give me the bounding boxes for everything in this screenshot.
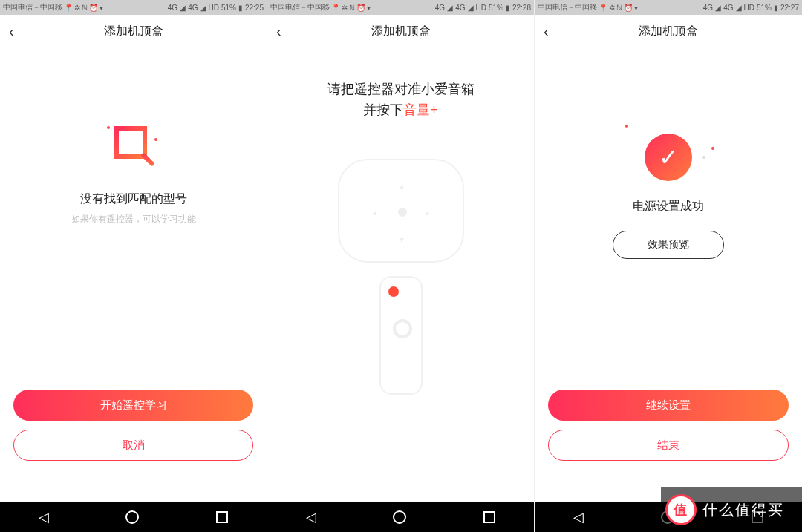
- signal-icon-2: ◢: [736, 4, 742, 12]
- clock-label: 22:27: [780, 4, 799, 12]
- signal-4g-label-2: 4G: [723, 4, 733, 12]
- location-icon: 📍: [599, 4, 607, 12]
- nav-home-button[interactable]: [125, 510, 139, 524]
- battery-icon: ▮: [774, 4, 778, 12]
- start-learning-button[interactable]: 开始遥控学习: [13, 390, 253, 421]
- page-title: 添加机顶盒: [104, 24, 163, 39]
- cancel-button[interactable]: 取消: [13, 430, 253, 461]
- signal-4g-label: 4G: [168, 4, 177, 12]
- signal-4g-label: 4G: [703, 4, 713, 12]
- nfc-icon: ℕ: [82, 4, 88, 12]
- phone-screen-1: 中国电信－中国移 📍 ✲ ℕ ⏰ ▾ 4G ◢ 4G ◢ HD 51% ▮ 22…: [0, 0, 267, 532]
- signal-4g-label: 4G: [435, 4, 445, 12]
- title-bar: ‹ 添加机顶盒: [0, 15, 267, 47]
- watermark-text: 什么值得买: [702, 500, 784, 520]
- bluetooth-icon: ✲: [609, 4, 615, 12]
- signal-icon: ◢: [447, 4, 453, 12]
- no-match-subtitle: 如果你有遥控器，可以学习功能: [71, 213, 196, 226]
- instruction-accent: 音量+: [403, 102, 438, 117]
- back-button[interactable]: ‹: [276, 23, 281, 40]
- watermark: 值 什么值得买: [661, 487, 802, 532]
- clock-label: 22:25: [245, 4, 264, 12]
- preview-button[interactable]: 效果预览: [613, 231, 724, 259]
- nav-recent-button[interactable]: [483, 511, 495, 523]
- hd-label: HD: [476, 4, 486, 12]
- battery-pct: 51%: [489, 4, 503, 12]
- signal-4g-label-2: 4G: [188, 4, 198, 12]
- nav-back-button[interactable]: ◁: [306, 509, 316, 525]
- clock-label: 22:28: [512, 4, 531, 12]
- success-check-icon: ✓: [645, 134, 692, 181]
- content-area: ✓ 电源设置成功 效果预览 继续设置 结束: [535, 47, 802, 502]
- location-icon: 📍: [331, 4, 340, 12]
- page-title: 添加机顶盒: [371, 24, 431, 39]
- alarm-icon: ⏰: [356, 4, 365, 12]
- title-bar: ‹ 添加机顶盒: [535, 15, 802, 47]
- status-bar: 中国电信－中国移 📍 ✲ ℕ ⏰ ▾ 4G ◢ 4G ◢ HD 51% ▮ 22…: [0, 0, 267, 15]
- nav-home-button[interactable]: [393, 510, 406, 524]
- status-bar: 中国电信－中国移 📍 ✲ ℕ ⏰ ▾ 4G ◢ 4G ◢ HD 51% ▮ 22…: [535, 0, 802, 15]
- search-icon: [107, 122, 160, 175]
- android-nav-bar: ◁: [0, 502, 267, 532]
- nfc-icon: ℕ: [349, 4, 355, 12]
- end-button[interactable]: 结束: [548, 430, 789, 461]
- battery-pct: 51%: [221, 4, 236, 12]
- bluetooth-icon: ✲: [74, 4, 80, 12]
- nfc-icon: ℕ: [616, 4, 622, 12]
- continue-button[interactable]: 继续设置: [548, 390, 789, 421]
- nav-back-button[interactable]: ◁: [39, 509, 49, 525]
- alarm-icon: ⏰: [89, 4, 98, 12]
- nav-back-button[interactable]: ◁: [573, 509, 584, 525]
- hd-label: HD: [209, 4, 219, 12]
- nav-recent-button[interactable]: [216, 511, 228, 523]
- phone-screen-3: 中国电信－中国移 📍 ✲ ℕ ⏰ ▾ 4G ◢ 4G ◢ HD 51% ▮ 22…: [535, 0, 802, 532]
- battery-icon: ▮: [506, 4, 510, 12]
- content-area: 请把遥控器对准小爱音箱 并按下音量+ ▴▾◂▸: [267, 47, 534, 502]
- back-button[interactable]: ‹: [544, 23, 549, 40]
- back-button[interactable]: ‹: [9, 23, 14, 40]
- signal-4g-label-2: 4G: [455, 4, 465, 12]
- signal-icon-2: ◢: [200, 4, 206, 12]
- wifi-icon: ▾: [367, 4, 371, 12]
- success-title: 电源设置成功: [633, 199, 704, 214]
- location-icon: 📍: [64, 4, 73, 12]
- alarm-icon: ⏰: [624, 4, 633, 12]
- instruction-line-2: 并按下音量+: [267, 101, 534, 119]
- wifi-icon: ▾: [634, 4, 638, 12]
- no-match-title: 没有找到匹配的型号: [80, 191, 187, 207]
- remote-led-icon: [388, 286, 399, 297]
- status-bar: 中国电信－中国移 📍 ✲ ℕ ⏰ ▾ 4G ◢ 4G ◢ HD 51% ▮ 22…: [267, 0, 534, 15]
- carrier-label: 中国电信－中国移: [3, 2, 62, 13]
- carrier-label: 中国电信－中国移: [270, 2, 330, 13]
- bluetooth-icon: ✲: [342, 4, 348, 12]
- android-nav-bar: ◁: [267, 502, 534, 532]
- battery-pct: 51%: [757, 4, 772, 12]
- page-title: 添加机顶盒: [639, 24, 698, 39]
- instruction-prefix: 并按下: [363, 102, 403, 117]
- signal-icon: ◢: [715, 4, 721, 12]
- instruction-line-1: 请把遥控器对准小爱音箱: [267, 80, 534, 98]
- title-bar: ‹ 添加机顶盒: [267, 15, 534, 47]
- content-area: 没有找到匹配的型号 如果你有遥控器，可以学习功能 开始遥控学习 取消: [0, 47, 267, 502]
- wifi-icon: ▾: [100, 4, 103, 12]
- battery-icon: ▮: [238, 4, 243, 12]
- phone-screen-2: 中国电信－中国移 📍 ✲ ℕ ⏰ ▾ 4G ◢ 4G ◢ HD 51% ▮ 22…: [267, 0, 535, 532]
- carrier-label: 中国电信－中国移: [538, 2, 597, 13]
- hd-label: HD: [744, 4, 754, 12]
- speaker-illustration: ▴▾◂▸: [338, 159, 464, 263]
- watermark-badge: 值: [665, 494, 697, 525]
- signal-icon-2: ◢: [468, 4, 474, 12]
- remote-illustration: [379, 276, 423, 395]
- signal-icon: ◢: [180, 4, 186, 12]
